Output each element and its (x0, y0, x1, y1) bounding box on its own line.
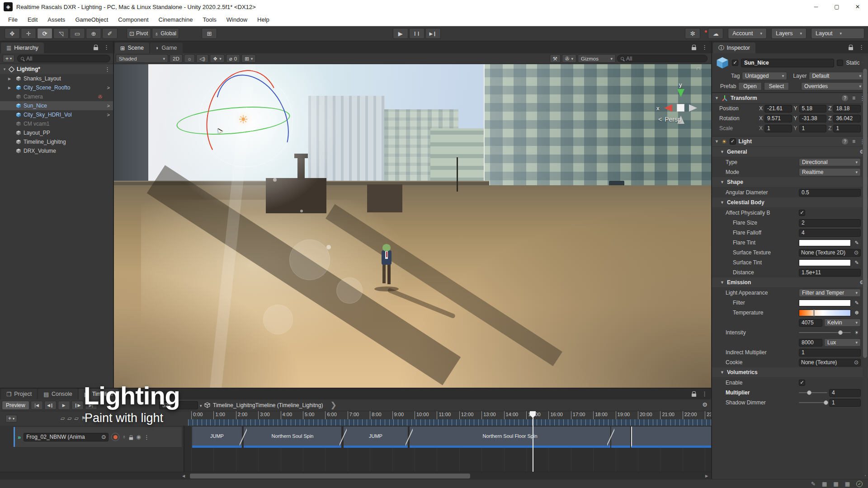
eyedropper-icon[interactable]: ✎ (853, 300, 861, 306)
object-picker-icon[interactable]: ⊙ (854, 249, 859, 256)
scale-x-field[interactable]: 1 (764, 125, 792, 132)
scene-viewport[interactable]: ☀ ➤ y x < Persp (114, 64, 711, 388)
surface-tint-swatch[interactable] (799, 259, 851, 266)
scene-tools-button[interactable]: ⚒ (550, 54, 561, 63)
scene-audio-toggle[interactable]: ◁) (196, 54, 208, 63)
shadow-dimmer-field[interactable]: 1 (829, 399, 861, 407)
gizmos-dropdown[interactable]: Gizmos ▾ (578, 54, 616, 63)
hierarchy-item-city-scene-rooftop[interactable]: ▶ City_Scene_Roofto > (0, 83, 113, 92)
hierarchy-item-city-sky-hdri-vol[interactable]: ▶ City_Sky_HDRI_Vol > (0, 110, 113, 119)
clips-lane[interactable]: JUMPNorthern Soul SpinJUMPNorthern Soul … (188, 426, 711, 472)
shading-mode-dropdown[interactable]: Shaded ▾ (116, 54, 168, 63)
foldout-open-icon[interactable]: ▼ (715, 139, 719, 144)
presets-icon[interactable]: ≡ (852, 95, 855, 101)
tab-game[interactable]: ◗ Game (150, 42, 183, 53)
scroll-left-arrow[interactable]: ◀ (180, 473, 187, 479)
hidden-objects-toggle[interactable]: ⌀ 0 (226, 54, 240, 63)
mix-mode-button[interactable]: ▱ (61, 415, 65, 422)
menu-assets[interactable]: Assets (43, 14, 70, 25)
position-x-field[interactable]: -21.61 (764, 105, 792, 113)
custom-tool-button[interactable]: ✐ (102, 28, 118, 39)
general-section-header[interactable]: ▼ General ⚙ (712, 147, 868, 157)
replace-mode-button[interactable]: ▱ (74, 415, 78, 422)
tag-dropdown[interactable]: Untagged ▾ (742, 72, 787, 80)
distance-field[interactable]: 1.5e+11 (799, 269, 861, 277)
multiplier-field[interactable]: 4 (829, 389, 861, 397)
menu-gameobject[interactable]: GameObject (71, 14, 113, 25)
presets-icon[interactable]: ≡ (852, 138, 855, 145)
eyedropper-icon[interactable]: ✎ (853, 240, 861, 246)
timeline-breadcrumb[interactable]: Timeline_LighitngTimeline (Timeline_Ligh… (204, 400, 337, 410)
y-axis-cone[interactable] (677, 89, 684, 97)
kebab-menu-icon[interactable]: ⋮ (144, 434, 150, 441)
foldout-closed-icon[interactable]: ▶ (8, 86, 14, 90)
layout-dropdown[interactable]: Layout ▾ (811, 28, 864, 39)
go-to-end-button[interactable]: ▶| (85, 401, 97, 410)
status-package-icon[interactable]: ▦ (845, 481, 850, 487)
animation-track-header[interactable]: » Frog_02_NBNW (Anima ⊙ ♀ ◉ ⋮ (14, 427, 182, 447)
menu-help[interactable]: Help (253, 14, 274, 25)
object-name-field[interactable]: Sun_Nice (741, 59, 834, 67)
lock-icon[interactable] (692, 394, 696, 397)
scale-y-field[interactable]: 1 (799, 125, 827, 132)
hierarchy-item-sun-nice[interactable]: ▶ Sun_Nice > (0, 101, 113, 110)
go-to-start-button[interactable]: |◀ (31, 401, 43, 410)
scale-tool-button[interactable]: ◹ (53, 28, 69, 39)
axis-cone[interactable] (689, 104, 697, 112)
eyedropper-icon[interactable]: ✎ (853, 260, 861, 266)
previous-frame-button[interactable]: ◀❙ (44, 401, 57, 410)
lock-icon[interactable] (692, 47, 696, 50)
scrollbar-thumb[interactable] (190, 474, 470, 479)
add-object-button[interactable]: + ▾ (3, 55, 14, 62)
celestial-body-section-header[interactable]: ▼ Celestial Body (712, 197, 868, 208)
prefab-overrides-dropdown[interactable]: Overrides ▾ (801, 82, 864, 90)
timeline-clip[interactable]: Northern Soul D (631, 427, 711, 448)
volumetrics-enable-checkbox[interactable] (799, 380, 805, 386)
tab-scene[interactable]: ⊞ Scene (115, 42, 149, 53)
timeline-clip[interactable]: JUMP (192, 427, 242, 448)
rotation-z-field[interactable]: 36.042 (833, 115, 861, 122)
lock-icon[interactable] (849, 47, 853, 50)
global-toggle[interactable]: ♁ Global (152, 28, 179, 39)
foldout-open-icon[interactable]: ▼ (720, 280, 724, 285)
help-icon[interactable]: ? (842, 138, 848, 145)
scene-header-row[interactable]: ▼ Lighting* ⋮ (0, 64, 113, 74)
volumetrics-section-header[interactable]: ▼ Volumetrics (712, 367, 868, 378)
object-picker-icon[interactable]: ⊙ (854, 359, 859, 366)
light-component-header[interactable]: ▼ ☀ Light ? ≡ ⋮ (712, 136, 868, 147)
tab-project[interactable]: ❐ Project (1, 389, 37, 399)
rect-tool-button[interactable]: ▭ (70, 28, 85, 39)
foldout-closed-icon[interactable]: ▶ (8, 77, 14, 81)
record-button[interactable] (111, 433, 119, 441)
temperature-slider[interactable] (799, 310, 851, 316)
flare-tint-swatch[interactable] (799, 239, 851, 246)
light-appearance-dropdown[interactable]: Filter and Temper ▾ (799, 289, 861, 297)
cookie-field[interactable]: None (Texture) ⊙ (799, 359, 861, 366)
hierarchy-item-camera[interactable]: ▶ Camera ✇ (0, 92, 113, 101)
multiplier-slider[interactable] (799, 389, 827, 396)
foldout-open-icon[interactable]: ▼ (720, 180, 724, 184)
track-binding-field[interactable]: Frog_02_NBNW (Anima ⊙ (24, 433, 108, 441)
maximize-button[interactable]: ▢ (826, 0, 847, 14)
timeline-play-button[interactable]: ▶ (58, 401, 70, 410)
hierarchy-search-input[interactable]: All (17, 55, 110, 62)
2d-toggle[interactable]: 2D (170, 54, 183, 63)
layers-dropdown[interactable]: Layers ▾ (771, 28, 807, 39)
emission-section-header[interactable]: ▼ Emission ⚙ (712, 277, 868, 288)
tab-console[interactable]: ▤ Console (38, 389, 78, 399)
kebab-menu-icon[interactable]: ⋮ (702, 390, 708, 397)
hand-tool-button[interactable]: ✥ (5, 28, 20, 39)
surface-texture-field[interactable]: None (Texture 2D) ⊙ (799, 249, 861, 257)
prefab-open-button[interactable]: Open (738, 82, 761, 90)
flare-size-field[interactable]: 2 (799, 219, 861, 227)
active-checkbox[interactable] (732, 60, 738, 66)
prefab-chevron-icon[interactable]: > (107, 103, 110, 108)
add-track-button[interactable]: + ▾ (5, 415, 17, 422)
timeline-clip[interactable]: JUMP (344, 427, 408, 448)
collab-button[interactable]: ✼ (685, 28, 700, 39)
kebab-menu-icon[interactable]: ⋮ (702, 44, 708, 51)
intensity-slider[interactable] (799, 329, 851, 336)
rotation-gizmo[interactable]: ☀ (193, 68, 298, 173)
hierarchy-item-layout-pp[interactable]: ▶ Layout_PP (0, 128, 113, 137)
scene-lighting-toggle[interactable]: ☼ (184, 54, 195, 63)
